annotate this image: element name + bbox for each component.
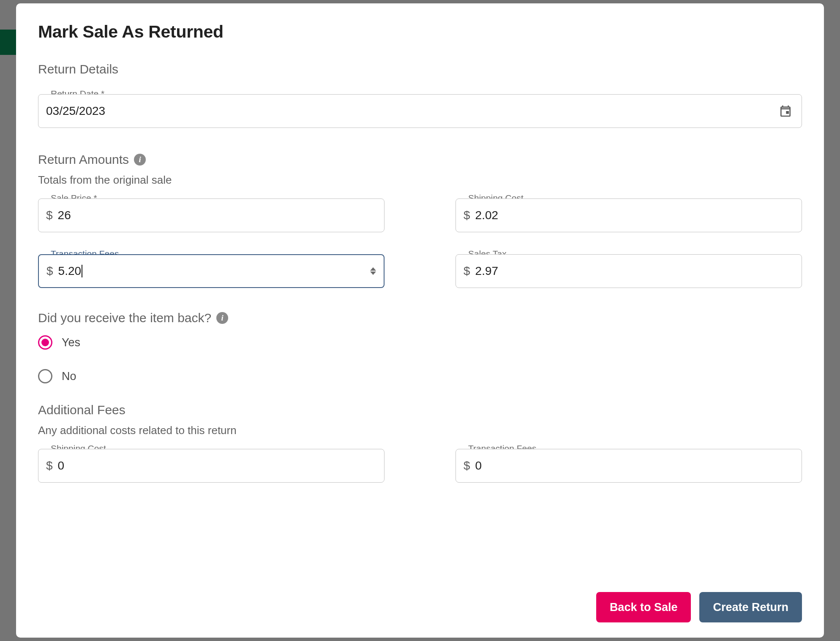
return-details-header: Return Details: [38, 62, 802, 76]
return-amounts-subtitle: Totals from the original sale: [38, 174, 802, 187]
shipping-cost-input[interactable]: [475, 199, 794, 232]
receive-back-radio-group: Yes No: [38, 335, 802, 383]
receive-back-header: Did you receive the item back? i: [38, 311, 802, 325]
receive-back-label: Did you receive the item back?: [38, 311, 211, 325]
return-amounts-header: Return Amounts i: [38, 152, 802, 167]
sales-tax-field[interactable]: Sales Tax $: [455, 254, 802, 288]
dollar-prefix: $: [464, 264, 470, 278]
return-amounts-label: Return Amounts: [38, 152, 129, 167]
radio-yes[interactable]: Yes: [38, 335, 802, 350]
additional-fees-header: Additional Fees: [38, 403, 802, 417]
shipping-cost-field[interactable]: Shipping Cost $: [455, 198, 802, 232]
sale-price-field[interactable]: Sale Price * $: [38, 198, 385, 232]
dollar-prefix: $: [464, 459, 470, 473]
addl-shipping-cost-input[interactable]: [58, 449, 376, 482]
return-date-input[interactable]: [46, 95, 794, 128]
radio-selected-icon: [38, 335, 52, 350]
dollar-prefix: $: [46, 459, 53, 473]
dollar-prefix: $: [46, 209, 53, 222]
sales-tax-input[interactable]: [475, 255, 794, 288]
return-date-field[interactable]: Return Date *: [38, 94, 802, 128]
text-caret: [82, 265, 82, 277]
dollar-prefix: $: [46, 264, 53, 278]
radio-unselected-icon: [38, 369, 52, 383]
svg-rect-0: [786, 111, 789, 114]
addl-shipping-cost-field[interactable]: Shipping Cost $: [38, 449, 385, 483]
return-details-label: Return Details: [38, 62, 118, 76]
radio-yes-label: Yes: [62, 336, 80, 349]
radio-no[interactable]: No: [38, 369, 802, 383]
addl-transaction-fees-input[interactable]: [475, 449, 794, 482]
modal-footer: Back to Sale Create Return: [596, 592, 802, 622]
transaction-fees-value[interactable]: 5.20: [58, 264, 82, 278]
transaction-fees-field[interactable]: Transaction Fees $ 5.20: [38, 254, 385, 288]
sale-price-input[interactable]: [58, 199, 376, 232]
dollar-prefix: $: [464, 209, 470, 222]
calendar-icon[interactable]: [779, 104, 792, 118]
modal-title: Mark Sale As Returned: [38, 22, 802, 42]
radio-no-label: No: [62, 370, 76, 383]
additional-fees-label: Additional Fees: [38, 403, 125, 417]
info-icon[interactable]: i: [216, 312, 228, 324]
number-stepper[interactable]: [370, 267, 376, 275]
back-to-sale-button[interactable]: Back to Sale: [596, 592, 691, 622]
info-icon[interactable]: i: [134, 154, 146, 166]
create-return-button[interactable]: Create Return: [699, 592, 802, 622]
addl-transaction-fees-field[interactable]: Transaction Fees $: [455, 449, 802, 483]
additional-fees-subtitle: Any additional costs related to this ret…: [38, 424, 802, 437]
return-modal: Mark Sale As Returned Return Details Ret…: [16, 3, 824, 638]
